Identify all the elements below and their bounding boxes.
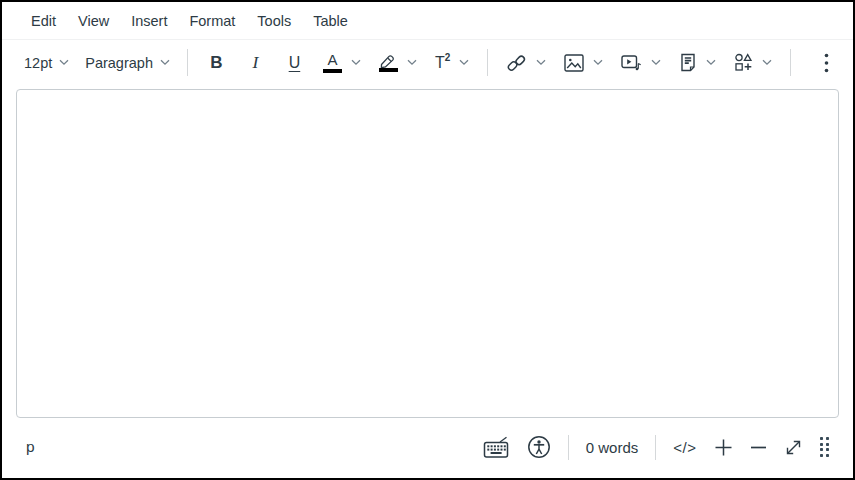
drag-handle-icon[interactable] (820, 437, 830, 457)
paragraph-format-dropdown[interactable]: Paragraph (77, 48, 178, 78)
chevron-down-icon[interactable] (459, 59, 469, 66)
menu-insert[interactable]: Insert (120, 7, 178, 35)
accessibility-checker-button[interactable] (527, 435, 551, 459)
document-button[interactable] (672, 47, 723, 78)
menu-edit[interactable]: Edit (20, 7, 67, 35)
chevron-down-icon (160, 59, 170, 66)
chevron-down-icon[interactable] (536, 59, 546, 66)
chevron-down-icon[interactable] (706, 59, 716, 66)
font-size-value: 12pt (24, 55, 52, 71)
minus-icon[interactable] (750, 438, 767, 457)
more-options-icon (824, 53, 829, 73)
highlighter-icon (379, 54, 398, 72)
italic-button[interactable]: I (239, 46, 272, 80)
text-color-button[interactable]: A (316, 46, 368, 79)
chevron-down-icon[interactable] (762, 59, 772, 66)
toolbar-divider (187, 49, 188, 76)
chevron-down-icon[interactable] (351, 59, 361, 66)
underline-button[interactable]: U (278, 46, 311, 80)
menu-table[interactable]: Table (302, 7, 359, 35)
text-color-swatch (323, 69, 342, 73)
word-count[interactable]: 0 words (586, 439, 639, 456)
image-icon (564, 54, 584, 72)
toolbar-divider (790, 49, 791, 76)
menu-view[interactable]: View (67, 7, 120, 35)
statusbar-divider (655, 435, 656, 460)
element-path[interactable]: p (26, 438, 35, 456)
chevron-down-icon[interactable] (593, 59, 603, 66)
menubar: Edit View Insert Format Tools Table (2, 2, 853, 40)
highlight-color-button[interactable] (372, 48, 424, 78)
text-color-icon: A (323, 52, 342, 73)
toolbar-divider (487, 49, 488, 76)
link-icon (506, 53, 527, 73)
editor-frame (16, 89, 839, 418)
toolbar: 12pt Paragraph B I U A (2, 40, 853, 85)
link-button[interactable] (499, 47, 553, 79)
statusbar-divider (568, 435, 569, 460)
menu-format[interactable]: Format (178, 7, 246, 35)
plus-icon[interactable] (714, 438, 733, 457)
resize-handle-icon[interactable] (784, 438, 803, 457)
paragraph-format-value: Paragraph (85, 55, 153, 71)
chevron-down-icon (59, 59, 69, 66)
document-icon (679, 53, 697, 72)
highlight-color-swatch (379, 68, 398, 72)
editor-content-area[interactable] (17, 90, 838, 417)
html-editor-toggle[interactable]: </> (673, 439, 696, 456)
chevron-down-icon[interactable] (651, 59, 661, 66)
font-size-dropdown[interactable]: 12pt (16, 48, 77, 78)
superscript-icon: T2 (435, 54, 450, 71)
menu-tools[interactable]: Tools (246, 7, 302, 35)
apps-button[interactable] (727, 47, 779, 78)
media-button[interactable] (614, 48, 668, 78)
apps-icon (734, 53, 753, 72)
superscript-button[interactable]: T2 (428, 48, 476, 77)
more-options-button[interactable] (810, 46, 843, 80)
image-button[interactable] (557, 48, 610, 78)
chevron-down-icon[interactable] (407, 59, 417, 66)
bold-button[interactable]: B (200, 46, 233, 80)
media-icon (621, 54, 642, 72)
keyboard-shortcuts-button[interactable] (483, 436, 510, 459)
statusbar: p (2, 418, 853, 476)
